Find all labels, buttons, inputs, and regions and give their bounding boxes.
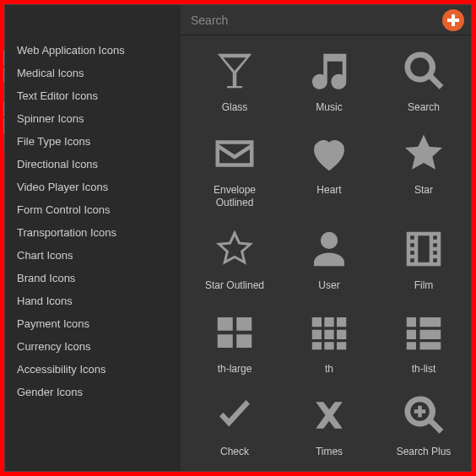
check-icon <box>209 390 260 441</box>
sidebar-item[interactable]: Brand Icons <box>5 267 181 289</box>
icon-label: Star <box>414 184 433 196</box>
sidebar-item[interactable]: Directional Icons <box>5 153 181 176</box>
icon-tile[interactable]: Glass <box>191 46 279 113</box>
search-row <box>181 5 471 35</box>
icon-tile[interactable]: Heart <box>285 128 373 208</box>
sidebar-item[interactable]: File Type Icons <box>5 130 181 153</box>
music-icon <box>304 46 354 96</box>
icon-label: th <box>325 363 333 375</box>
envelope-outlined-icon <box>209 128 260 179</box>
sidebar-item[interactable]: Currency Icons <box>5 335 181 358</box>
icon-label: Times <box>316 446 343 457</box>
icon-tile[interactable]: Check <box>191 390 279 457</box>
icon-tile[interactable]: Film <box>380 224 468 291</box>
search-input[interactable] <box>181 7 442 34</box>
icon-grid: GlassMusicSearchEnvelope OutlinedHeartSt… <box>191 46 468 457</box>
icon-label: User <box>318 279 339 291</box>
icon-label: Search Plus <box>397 446 452 457</box>
add-button[interactable] <box>442 9 464 31</box>
main-panel: GlassMusicSearchEnvelope OutlinedHeartSt… <box>181 5 471 471</box>
heart-icon <box>304 128 354 179</box>
icon-label: th-large <box>218 363 252 375</box>
icon-label: Check <box>220 446 249 457</box>
icon-label: Film <box>414 279 434 291</box>
sidebar-item[interactable]: Web Application Icons <box>5 39 181 62</box>
icon-tile[interactable]: th-large <box>191 307 279 375</box>
icon-label: Music <box>316 101 342 113</box>
icon-tile[interactable]: th-list <box>380 307 468 375</box>
icon-tile[interactable]: Search <box>380 46 468 113</box>
icon-label: Star Outlined <box>205 279 264 291</box>
icon-tile[interactable]: Search Plus <box>380 390 468 457</box>
icon-label: Heart <box>316 184 341 196</box>
sidebar-item[interactable]: Payment Icons <box>5 312 181 335</box>
film-icon <box>398 224 449 274</box>
icon-tile[interactable]: Star <box>380 128 468 208</box>
star-icon <box>398 128 449 179</box>
sidebar-item[interactable]: Spinner Icons <box>5 107 181 130</box>
icon-tile[interactable]: Envelope Outlined <box>191 128 279 208</box>
sidebar-item[interactable]: Gender Icons <box>5 381 181 403</box>
icon-picker-panel: Web Application IconsMedical IconsText E… <box>4 4 472 472</box>
sidebar-item[interactable]: Hand Icons <box>5 289 181 312</box>
icon-tile[interactable]: Times <box>285 390 373 457</box>
sidebar-item[interactable]: Video Player Icons <box>5 176 181 198</box>
icon-label: Search <box>408 101 440 113</box>
th-large-icon <box>209 307 260 358</box>
icon-tile[interactable]: Music <box>285 46 373 113</box>
sidebar-item[interactable]: Text Editor Icons <box>5 84 181 107</box>
icon-label: Glass <box>222 101 248 113</box>
icon-label: Envelope Outlined <box>197 184 273 208</box>
user-icon <box>304 224 354 274</box>
icon-grid-scroll[interactable]: GlassMusicSearchEnvelope OutlinedHeartSt… <box>181 35 471 471</box>
icon-tile[interactable]: th <box>285 307 373 375</box>
search-icon <box>398 46 449 96</box>
icon-tile[interactable]: User <box>285 224 373 291</box>
category-sidebar: Web Application IconsMedical IconsText E… <box>5 5 181 471</box>
times-icon <box>304 390 354 441</box>
search-plus-icon <box>398 390 449 441</box>
sidebar-item[interactable]: Form Control Icons <box>5 198 181 221</box>
th-list-icon <box>398 307 449 358</box>
th-icon <box>304 307 354 358</box>
sidebar-item[interactable]: Chart Icons <box>5 244 181 267</box>
icon-label: th-list <box>412 363 436 375</box>
sidebar-item[interactable]: Medical Icons <box>5 62 181 84</box>
icon-tile[interactable]: Star Outlined <box>191 224 279 291</box>
glass-icon <box>209 46 260 96</box>
sidebar-item[interactable]: Accessibility Icons <box>5 358 181 381</box>
star-outlined-icon <box>209 224 260 274</box>
sidebar-item[interactable]: Transportation Icons <box>5 221 181 244</box>
